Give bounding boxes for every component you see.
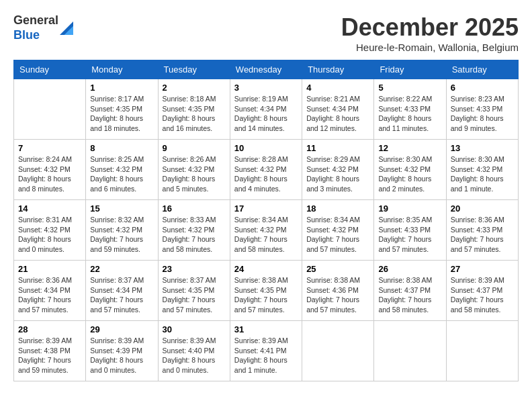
day-info: Sunrise: 8:29 AM Sunset: 4:32 PM Dayligh… — [306, 154, 369, 194]
calendar-cell: 31Sunrise: 8:39 AM Sunset: 4:41 PM Dayli… — [230, 321, 302, 381]
calendar-cell: 4Sunrise: 8:21 AM Sunset: 4:34 PM Daylig… — [302, 79, 374, 140]
calendar-header-wednesday: Wednesday — [230, 60, 302, 79]
day-info: Sunrise: 8:37 AM Sunset: 4:35 PM Dayligh… — [163, 275, 226, 315]
calendar-header-friday: Friday — [374, 60, 446, 79]
logo: General Blue — [13, 13, 73, 42]
day-number: 20 — [451, 203, 514, 214]
day-info: Sunrise: 8:30 AM Sunset: 4:32 PM Dayligh… — [378, 154, 441, 194]
calendar-cell: 3Sunrise: 8:19 AM Sunset: 4:34 PM Daylig… — [230, 79, 302, 140]
calendar: SundayMondayTuesdayWednesdayThursdayFrid… — [13, 60, 519, 381]
day-info: Sunrise: 8:28 AM Sunset: 4:32 PM Dayligh… — [234, 154, 298, 194]
day-number: 23 — [163, 264, 226, 274]
day-info: Sunrise: 8:21 AM Sunset: 4:34 PM Dayligh… — [306, 94, 369, 134]
week-row-4: 21Sunrise: 8:36 AM Sunset: 4:34 PM Dayli… — [14, 261, 519, 321]
calendar-cell: 19Sunrise: 8:35 AM Sunset: 4:33 PM Dayli… — [374, 200, 446, 261]
day-info: Sunrise: 8:32 AM Sunset: 4:32 PM Dayligh… — [90, 215, 153, 255]
day-info: Sunrise: 8:33 AM Sunset: 4:32 PM Dayligh… — [163, 215, 226, 255]
day-number: 2 — [163, 83, 226, 93]
day-info: Sunrise: 8:38 AM Sunset: 4:36 PM Dayligh… — [306, 275, 369, 315]
day-number: 3 — [234, 83, 298, 93]
day-number: 8 — [90, 143, 153, 153]
day-number: 6 — [451, 83, 514, 93]
day-number: 17 — [234, 203, 298, 214]
day-number: 21 — [18, 264, 81, 274]
calendar-cell: 21Sunrise: 8:36 AM Sunset: 4:34 PM Dayli… — [14, 261, 86, 321]
day-info: Sunrise: 8:25 AM Sunset: 4:32 PM Dayligh… — [90, 154, 153, 194]
day-number: 28 — [18, 324, 81, 334]
week-row-1: 1Sunrise: 8:17 AM Sunset: 4:35 PM Daylig… — [14, 79, 519, 140]
day-number: 16 — [163, 203, 226, 214]
calendar-cell: 30Sunrise: 8:39 AM Sunset: 4:40 PM Dayli… — [158, 321, 230, 381]
day-info: Sunrise: 8:31 AM Sunset: 4:32 PM Dayligh… — [18, 215, 81, 255]
calendar-cell: 15Sunrise: 8:32 AM Sunset: 4:32 PM Dayli… — [86, 200, 158, 261]
logo-icon — [60, 21, 73, 35]
day-info: Sunrise: 8:30 AM Sunset: 4:32 PM Dayligh… — [451, 154, 514, 194]
calendar-header-tuesday: Tuesday — [158, 60, 230, 79]
calendar-header-saturday: Saturday — [446, 60, 518, 79]
calendar-cell — [14, 79, 86, 140]
calendar-cell: 5Sunrise: 8:22 AM Sunset: 4:33 PM Daylig… — [374, 79, 446, 140]
calendar-cell — [374, 321, 446, 381]
day-number: 11 — [306, 143, 369, 153]
logo-blue-text: Blue — [13, 28, 40, 42]
calendar-cell: 1Sunrise: 8:17 AM Sunset: 4:35 PM Daylig… — [86, 79, 158, 140]
day-info: Sunrise: 8:38 AM Sunset: 4:35 PM Dayligh… — [234, 275, 298, 315]
calendar-cell: 22Sunrise: 8:37 AM Sunset: 4:34 PM Dayli… — [86, 261, 158, 321]
calendar-cell: 11Sunrise: 8:29 AM Sunset: 4:32 PM Dayli… — [302, 140, 374, 200]
day-number: 15 — [90, 203, 153, 214]
calendar-cell: 8Sunrise: 8:25 AM Sunset: 4:32 PM Daylig… — [86, 140, 158, 200]
location-title: Heure-le-Romain, Wallonia, Belgium — [341, 42, 519, 53]
day-info: Sunrise: 8:39 AM Sunset: 4:40 PM Dayligh… — [163, 336, 226, 375]
calendar-cell: 9Sunrise: 8:26 AM Sunset: 4:32 PM Daylig… — [158, 140, 230, 200]
day-number: 5 — [378, 83, 441, 93]
week-row-3: 14Sunrise: 8:31 AM Sunset: 4:32 PM Dayli… — [14, 200, 519, 261]
day-info: Sunrise: 8:39 AM Sunset: 4:39 PM Dayligh… — [90, 336, 153, 375]
title-area: December 2025 Heure-le-Romain, Wallonia,… — [341, 13, 519, 53]
day-info: Sunrise: 8:36 AM Sunset: 4:34 PM Dayligh… — [18, 275, 81, 315]
day-number: 29 — [90, 324, 153, 334]
calendar-cell: 14Sunrise: 8:31 AM Sunset: 4:32 PM Dayli… — [14, 200, 86, 261]
calendar-header-thursday: Thursday — [302, 60, 374, 79]
day-number: 9 — [163, 143, 226, 153]
calendar-cell: 27Sunrise: 8:39 AM Sunset: 4:37 PM Dayli… — [446, 261, 518, 321]
day-info: Sunrise: 8:39 AM Sunset: 4:41 PM Dayligh… — [234, 336, 298, 375]
day-info: Sunrise: 8:24 AM Sunset: 4:32 PM Dayligh… — [18, 154, 81, 194]
day-number: 12 — [378, 143, 441, 153]
calendar-cell: 6Sunrise: 8:23 AM Sunset: 4:33 PM Daylig… — [446, 79, 518, 140]
day-number: 19 — [378, 203, 441, 214]
day-number: 4 — [306, 83, 369, 93]
day-number: 10 — [234, 143, 298, 153]
day-number: 24 — [234, 264, 298, 274]
calendar-cell: 10Sunrise: 8:28 AM Sunset: 4:32 PM Dayli… — [230, 140, 302, 200]
logo-general-text: General — [13, 13, 58, 27]
day-info: Sunrise: 8:19 AM Sunset: 4:34 PM Dayligh… — [234, 94, 298, 134]
calendar-cell: 26Sunrise: 8:38 AM Sunset: 4:37 PM Dayli… — [374, 261, 446, 321]
calendar-cell: 2Sunrise: 8:18 AM Sunset: 4:35 PM Daylig… — [158, 79, 230, 140]
calendar-cell: 17Sunrise: 8:34 AM Sunset: 4:32 PM Dayli… — [230, 200, 302, 261]
calendar-header-row: SundayMondayTuesdayWednesdayThursdayFrid… — [14, 60, 519, 79]
day-info: Sunrise: 8:23 AM Sunset: 4:33 PM Dayligh… — [451, 94, 514, 134]
month-title: December 2025 — [341, 13, 519, 42]
day-number: 1 — [90, 83, 153, 93]
calendar-cell: 23Sunrise: 8:37 AM Sunset: 4:35 PM Dayli… — [158, 261, 230, 321]
week-row-5: 28Sunrise: 8:39 AM Sunset: 4:38 PM Dayli… — [14, 321, 519, 381]
day-number: 25 — [306, 264, 369, 274]
day-number: 18 — [306, 203, 369, 214]
day-info: Sunrise: 8:39 AM Sunset: 4:38 PM Dayligh… — [18, 336, 81, 375]
calendar-cell — [446, 321, 518, 381]
calendar-cell: 12Sunrise: 8:30 AM Sunset: 4:32 PM Dayli… — [374, 140, 446, 200]
day-info: Sunrise: 8:17 AM Sunset: 4:35 PM Dayligh… — [90, 94, 153, 134]
calendar-cell — [302, 321, 374, 381]
day-info: Sunrise: 8:37 AM Sunset: 4:34 PM Dayligh… — [90, 275, 153, 315]
calendar-cell: 25Sunrise: 8:38 AM Sunset: 4:36 PM Dayli… — [302, 261, 374, 321]
day-number: 30 — [163, 324, 226, 334]
header: General Blue December 2025 Heure-le-Roma… — [13, 13, 519, 53]
calendar-cell: 24Sunrise: 8:38 AM Sunset: 4:35 PM Dayli… — [230, 261, 302, 321]
day-info: Sunrise: 8:34 AM Sunset: 4:32 PM Dayligh… — [234, 215, 298, 255]
day-number: 22 — [90, 264, 153, 274]
day-info: Sunrise: 8:39 AM Sunset: 4:37 PM Dayligh… — [451, 275, 514, 315]
day-info: Sunrise: 8:35 AM Sunset: 4:33 PM Dayligh… — [378, 215, 441, 255]
calendar-cell: 13Sunrise: 8:30 AM Sunset: 4:32 PM Dayli… — [446, 140, 518, 200]
day-number: 13 — [451, 143, 514, 153]
day-info: Sunrise: 8:36 AM Sunset: 4:33 PM Dayligh… — [451, 215, 514, 255]
